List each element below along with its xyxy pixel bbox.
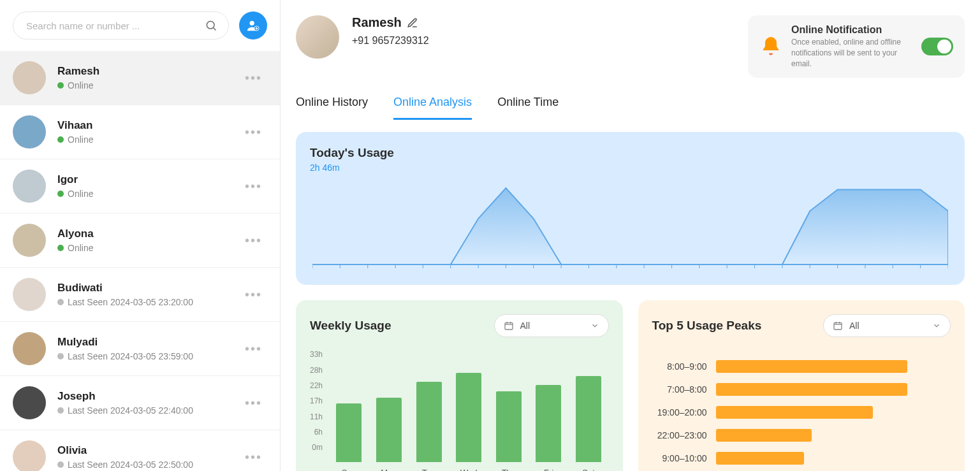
weekly-x-axis: SunMonTueWedThuFriSat bbox=[329, 468, 608, 471]
contact-status: Last Seen 2024-03-05 22:50:00 bbox=[57, 460, 240, 470]
weekly-dropdown-value: All bbox=[520, 321, 584, 331]
contact-status: Last Seen 2024-03-05 23:59:00 bbox=[57, 351, 240, 361]
bell-icon bbox=[759, 35, 782, 58]
svg-rect-33 bbox=[834, 323, 842, 330]
tabs: Online HistoryOnline AnalysisOnline Time bbox=[296, 96, 965, 120]
status-dot bbox=[57, 407, 64, 414]
tab-online-time[interactable]: Online Time bbox=[497, 96, 559, 120]
status-label: Online bbox=[68, 243, 93, 253]
peak-label: 8:00–9:00 bbox=[652, 361, 707, 372]
status-label: Online bbox=[68, 189, 93, 199]
contact-name: Olivia bbox=[57, 444, 240, 457]
status-dot bbox=[57, 245, 64, 251]
contact-info: Alyona Online bbox=[57, 228, 240, 253]
contact-item[interactable]: Ramesh Online ••• bbox=[0, 51, 280, 105]
avatar bbox=[13, 332, 46, 365]
contact-status: Online bbox=[57, 243, 240, 253]
contact-name: Mulyadi bbox=[57, 336, 240, 349]
svg-point-2 bbox=[250, 21, 254, 25]
contact-menu-button[interactable]: ••• bbox=[240, 337, 267, 361]
contact-name: Joseph bbox=[57, 390, 240, 403]
contact-menu-button[interactable]: ••• bbox=[240, 391, 267, 416]
notification-title: Online Notification bbox=[791, 24, 912, 36]
calendar-icon bbox=[504, 321, 514, 331]
status-dot bbox=[57, 82, 64, 89]
weekly-title: Weekly Usage bbox=[310, 319, 391, 333]
weekly-bar bbox=[336, 403, 362, 462]
contact-menu-button[interactable]: ••• bbox=[240, 228, 267, 253]
panels: Today's Usage 2h 46m Weekly Usage All bbox=[296, 132, 965, 471]
contact-menu-button[interactable]: ••• bbox=[240, 445, 267, 470]
add-contact-button[interactable] bbox=[239, 11, 267, 40]
contact-info: Vihaan Online bbox=[57, 119, 240, 145]
contact-info: Ramesh Online bbox=[57, 65, 240, 91]
weekly-bar bbox=[376, 398, 402, 463]
contacts-sidebar: Ramesh Online ••• Vihaan Online ••• Igor… bbox=[0, 0, 281, 471]
contact-item[interactable]: Igor Online ••• bbox=[0, 159, 280, 214]
contact-menu-button[interactable]: ••• bbox=[240, 174, 267, 199]
weekly-chart: 33h28h22h17h11h6h0m SunMonTueWedThuFriSa… bbox=[310, 350, 609, 471]
status-dot bbox=[57, 353, 64, 359]
avatar bbox=[13, 115, 46, 149]
notification-desc: Once enabled, online and offline notific… bbox=[791, 37, 912, 69]
chevron-down-icon bbox=[932, 321, 941, 330]
contact-menu-button[interactable]: ••• bbox=[240, 120, 267, 145]
peaks-chart: 8:00–9:00 7:00–8:00 19:00–20:00 22:00–23… bbox=[652, 360, 951, 465]
peaks-panel: Top 5 Usage Peaks All 8:00–9:00 7:00–8:0… bbox=[638, 300, 965, 471]
contact-item[interactable]: Budiwati Last Seen 2024-03-05 23:20:00 •… bbox=[0, 268, 280, 322]
notification-toggle[interactable] bbox=[921, 38, 953, 55]
tab-online-analysis[interactable]: Online Analysis bbox=[393, 96, 472, 120]
contact-info: Mulyadi Last Seen 2024-03-05 23:59:00 bbox=[57, 336, 240, 361]
avatar bbox=[13, 386, 46, 419]
status-label: Last Seen 2024-03-05 23:59:00 bbox=[68, 351, 193, 361]
weekly-bar bbox=[456, 373, 481, 463]
peak-label: 22:00–23:00 bbox=[652, 430, 707, 440]
contact-menu-button[interactable]: ••• bbox=[240, 66, 267, 91]
contact-item[interactable]: Mulyadi Last Seen 2024-03-05 23:59:00 ••… bbox=[0, 322, 280, 376]
profile-info: Ramesh +91 9657239312 bbox=[352, 15, 429, 47]
peaks-filter-dropdown[interactable]: All bbox=[823, 314, 951, 337]
contact-name: Budiwati bbox=[57, 282, 240, 294]
status-label: Online bbox=[68, 134, 93, 145]
peak-label: 7:00–8:00 bbox=[652, 384, 707, 395]
avatar bbox=[13, 170, 46, 203]
today-subtitle: 2h 46m bbox=[310, 163, 951, 173]
weekly-bar bbox=[416, 382, 442, 462]
svg-point-0 bbox=[207, 21, 214, 29]
edit-icon[interactable] bbox=[407, 17, 418, 29]
weekly-y-axis: 33h28h22h17h11h6h0m bbox=[310, 350, 329, 452]
peak-row: 7:00–8:00 bbox=[652, 383, 951, 396]
avatar bbox=[13, 224, 46, 257]
avatar bbox=[13, 278, 46, 311]
main-panel: Ramesh +91 9657239312 Online Notificatio… bbox=[281, 0, 980, 471]
peak-bar bbox=[716, 452, 804, 465]
search-wrap bbox=[13, 11, 229, 40]
calendar-icon bbox=[833, 321, 843, 331]
contact-info: Joseph Last Seen 2024-03-05 22:40:00 bbox=[57, 390, 240, 416]
profile-name: Ramesh bbox=[352, 15, 402, 30]
tab-online-history[interactable]: Online History bbox=[296, 96, 368, 120]
weekly-filter-dropdown[interactable]: All bbox=[494, 314, 609, 337]
contact-item[interactable]: Olivia Last Seen 2024-03-05 22:50:00 ••• bbox=[0, 430, 280, 471]
today-title: Today's Usage bbox=[310, 146, 951, 160]
weekly-bar bbox=[496, 391, 522, 463]
add-user-icon bbox=[246, 18, 260, 33]
contact-menu-button[interactable]: ••• bbox=[240, 282, 267, 307]
peak-bar bbox=[716, 383, 907, 396]
profile-header: Ramesh +91 9657239312 Online Notificatio… bbox=[296, 15, 965, 78]
contact-list[interactable]: Ramesh Online ••• Vihaan Online ••• Igor… bbox=[0, 51, 280, 471]
search-input[interactable] bbox=[13, 11, 229, 40]
contact-item[interactable]: Joseph Last Seen 2024-03-05 22:40:00 ••• bbox=[0, 376, 280, 430]
contact-status: Online bbox=[57, 189, 240, 199]
contact-info: Budiwati Last Seen 2024-03-05 23:20:00 bbox=[57, 282, 240, 307]
status-dot bbox=[57, 136, 64, 143]
contact-status: Online bbox=[57, 80, 240, 91]
weekly-bar bbox=[576, 376, 601, 463]
contact-item[interactable]: Vihaan Online ••• bbox=[0, 105, 280, 159]
today-chart bbox=[312, 175, 948, 271]
peaks-title: Top 5 Usage Peaks bbox=[652, 319, 762, 333]
notification-card: Online Notification Once enabled, online… bbox=[748, 15, 965, 78]
peak-row: 8:00–9:00 bbox=[652, 360, 951, 373]
contact-item[interactable]: Alyona Online ••• bbox=[0, 214, 280, 268]
profile-avatar bbox=[296, 15, 339, 59]
